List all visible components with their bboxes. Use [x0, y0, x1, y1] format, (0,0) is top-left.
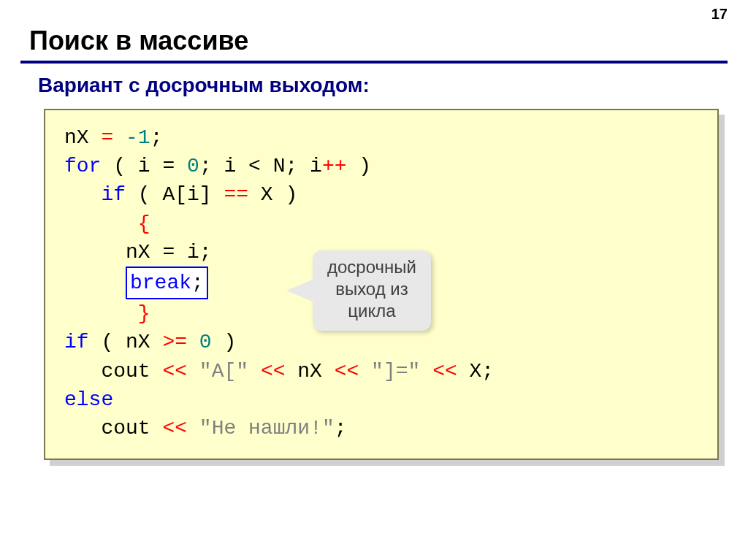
code-line-2: for ( i = 0; i < N; i++ ) — [64, 152, 698, 180]
code-line-11: cout << "Не нашли!"; — [64, 414, 698, 442]
code-line-1: nX = -1; — [64, 123, 698, 152]
code-line-4: { — [64, 210, 698, 238]
break-highlight: break; — [126, 266, 208, 299]
subtitle: Вариант с досрочным выходом: — [38, 74, 748, 97]
code-line-10: else — [64, 386, 698, 414]
title-underline — [20, 61, 728, 64]
code-line-3: if ( A[i] == X ) — [64, 180, 698, 209]
annotation-line-2: выход из — [327, 278, 416, 300]
code-block: nX = -1; for ( i = 0; i < N; i++ ) if ( … — [44, 109, 719, 460]
code-line-9: cout << "A[" << nX << "]=" << X; — [64, 357, 698, 386]
speech-bubble: досрочный выход из цикла — [313, 250, 431, 331]
page-number: 17 — [711, 6, 728, 23]
slide-title: Поиск в массиве — [29, 26, 748, 56]
code-container: nX = -1; for ( i = 0; i < N; i++ ) if ( … — [44, 109, 719, 460]
code-line-8: if ( nX >= 0 ) — [64, 328, 698, 356]
annotation-line-1: досрочный — [327, 256, 416, 278]
annotation-line-3: цикла — [327, 300, 416, 322]
annotation-callout: досрочный выход из цикла — [286, 250, 431, 331]
speech-tail — [286, 279, 314, 302]
